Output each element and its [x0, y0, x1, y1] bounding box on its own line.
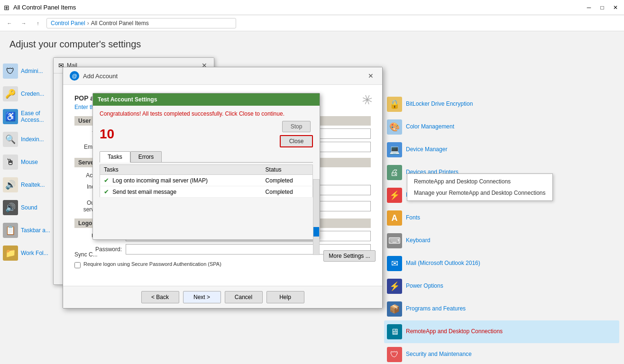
test-dialog: Test Account Settings Congratulations! A…	[92, 93, 320, 240]
window-title: All Control Panel Items	[13, 4, 76, 11]
context-menu: RemoteApp and Desktop Connections Manage…	[407, 173, 553, 201]
breadcrumb-control-panel[interactable]: Control Panel	[51, 20, 85, 27]
sidebar-item-creden[interactable]: 🔑 Creden...	[0, 82, 59, 105]
security-label: Security and Maintenance	[406, 351, 472, 358]
page-title: Adjust your computer's settings	[9, 39, 615, 50]
cp-item-device-manager[interactable]: 💻 Device Manager	[384, 138, 619, 161]
close-button[interactable]: Close	[280, 135, 313, 147]
breadcrumb: Control Panel › All Control Panel Items	[46, 18, 236, 28]
fonts-label: Fonts	[406, 214, 420, 222]
sidebar-item-sound[interactable]: 🔊 Sound	[0, 196, 59, 219]
cp-item-color[interactable]: 🎨 Color Management	[384, 116, 619, 138]
spa-label: Require logon using Secure Password Auth…	[83, 261, 221, 267]
cp-item-security[interactable]: 🛡 Security and Maintenance	[384, 343, 619, 364]
realtek-icon: 🔊	[3, 177, 18, 192]
sidebar-item-workfol[interactable]: 📁 Work Fol...	[0, 242, 59, 264]
remoteapp-label: RemoteApp and Desktop Connections	[406, 328, 503, 336]
tab-tasks[interactable]: Tasks	[100, 151, 130, 163]
admini-icon: 🛡	[3, 64, 18, 79]
color-icon: 🎨	[387, 119, 402, 135]
sound-icon: 🔊	[3, 200, 18, 215]
power-label: Power Options	[406, 282, 443, 290]
mail-icon: ✉	[387, 256, 402, 271]
sync-row: Sync C...	[74, 251, 98, 258]
back-button[interactable]: ←	[4, 18, 15, 29]
sidebar-item-taskbar[interactable]: 📋 Taskbar a...	[0, 219, 59, 242]
check-icon: ✔	[104, 188, 109, 195]
back-button[interactable]: < Back	[141, 291, 179, 303]
taskbar-icon: 📋	[3, 223, 18, 238]
sidebar-item-realtek[interactable]: 🔊 Realtek...	[0, 173, 59, 196]
keyboard-icon: ⌨	[387, 233, 402, 248]
cp-item-bitlocker[interactable]: 🔒 BitLocker Drive Encryption	[384, 93, 619, 116]
forward-button[interactable]: →	[18, 18, 29, 29]
test-dialog-title: Test Account Settings	[98, 96, 157, 103]
check-icon: ✔	[104, 177, 109, 184]
sidebar-item-label: Ease ofAccess...	[21, 110, 44, 124]
add-account-close-button[interactable]: ✕	[366, 71, 376, 81]
sidebar-item-label: Realtek...	[21, 182, 45, 188]
tasks-table: Tasks Status ✔ Log onto incoming mail se…	[100, 164, 313, 198]
sidebar-item-label: Indexin...	[21, 136, 44, 143]
breadcrumb-all-items[interactable]: All Control Panel Items	[91, 20, 149, 27]
task-cell: ✔ Send test email message	[100, 186, 262, 198]
status-cell: Completed	[262, 175, 313, 186]
cancel-button[interactable]: Cancel	[225, 291, 263, 303]
sidebar-item-label: Creden...	[21, 91, 44, 97]
cp-item-remoteapp[interactable]: 🖥 RemoteApp and Desktop Connections	[384, 320, 619, 343]
power-icon: ⚡	[387, 279, 402, 294]
cp-item-mail[interactable]: ✉ Mail (Microsoft Outlook 2016)	[384, 252, 619, 275]
sidebar-item-admini[interactable]: 🛡 Admini...	[0, 60, 59, 82]
programs-label: Programs and Features	[406, 305, 466, 313]
scrollbar[interactable]	[313, 179, 320, 255]
up-button[interactable]: ↑	[32, 18, 44, 29]
sidebar-item-label: Sound	[21, 204, 37, 211]
test-counter: 10	[100, 127, 114, 142]
cp-item-programs[interactable]: 📦 Programs and Features	[384, 298, 619, 320]
test-congrats-text: Congratulations! All tests completed suc…	[100, 110, 313, 117]
cp-item-power[interactable]: ⚡ Power Options	[384, 275, 619, 298]
context-menu-item-remoteapp[interactable]: RemoteApp and Desktop Connections	[407, 176, 552, 187]
sidebar-item-label: Mouse	[21, 159, 38, 165]
stop-button[interactable]: Stop	[282, 121, 311, 132]
cp-item-fonts[interactable]: A Fonts	[384, 207, 619, 229]
more-settings-button[interactable]: More Settings ...	[323, 250, 376, 262]
workfol-icon: 📁	[3, 246, 18, 261]
remoteapp-icon: 🖥	[387, 324, 402, 339]
col-tasks: Tasks	[100, 165, 262, 175]
scrollbar-thumb	[313, 227, 319, 237]
close-window-button[interactable]: ✕	[611, 3, 620, 12]
sidebar-item-indexing[interactable]: 🔍 Indexin...	[0, 128, 59, 151]
table-row: ✔ Send test email message Completed	[100, 186, 313, 198]
sidebar-item-ease[interactable]: ♿ Ease ofAccess...	[0, 105, 59, 128]
mail-label: Mail (Microsoft Outlook 2016)	[406, 260, 480, 267]
table-row: ✔ Log onto incoming mail server (IMAP) C…	[100, 175, 313, 186]
title-bar: ⊞ All Control Panel Items ─ □ ✕	[0, 0, 624, 15]
col-status: Status	[262, 165, 313, 175]
spa-row: Require logon using Secure Password Auth…	[74, 261, 371, 268]
spa-checkbox[interactable]	[74, 262, 81, 268]
nav-bar: ← → ↑ Control Panel › All Control Panel …	[0, 15, 624, 31]
context-menu-item-manage[interactable]: Manage your RemoteApp and Desktop Connec…	[407, 187, 552, 199]
help-button[interactable]: Help	[266, 291, 304, 303]
minimize-button[interactable]: ─	[584, 3, 594, 12]
next-button[interactable]: Next >	[183, 291, 221, 303]
device-manager-label: Device Manager	[406, 146, 447, 154]
cp-item-keyboard[interactable]: ⌨ Keyboard	[384, 229, 619, 252]
color-label: Color Management	[406, 123, 454, 131]
sidebar-item-mouse[interactable]: 🖱 Mouse	[0, 151, 59, 173]
maximize-button[interactable]: □	[597, 3, 607, 12]
indexing-icon: 🔍	[3, 132, 18, 147]
main-content: Adjust your computer's settings 🛡 Admini…	[0, 31, 624, 364]
tab-errors[interactable]: Errors	[130, 151, 162, 162]
add-account-icon: @	[70, 71, 79, 81]
right-panel: 🔒 BitLocker Drive Encryption 🎨 Color Man…	[384, 93, 619, 364]
mouse-icon: 🖱	[3, 155, 18, 170]
test-dialog-titlebar: Test Account Settings	[93, 93, 320, 106]
add-account-titlebar: @ Add Account ✕	[63, 67, 382, 85]
sidebar-items-list: 🛡 Admini... 🔑 Creden... ♿ Ease ofAccess.…	[0, 60, 59, 264]
sidebar-item-label: Admini...	[21, 68, 43, 74]
ease-icon: ♿	[3, 109, 18, 124]
tabs-row: Tasks Errors	[100, 151, 313, 163]
bitlocker-icon: 🔒	[387, 97, 402, 112]
